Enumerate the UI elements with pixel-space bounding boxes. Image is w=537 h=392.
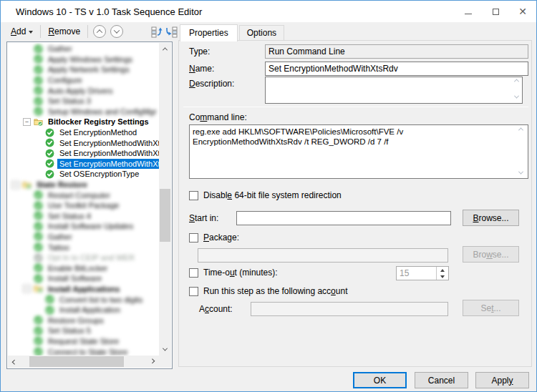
name-field[interactable] [265,62,528,76]
tree-vertical-scrollbar[interactable] [159,43,171,356]
package-checkbox[interactable] [189,233,198,242]
properties-tab-page: Type: Name: Description: Command line: r… [178,40,532,367]
tree-item[interactable]: −State Restore [8,180,159,190]
tree-item[interactable]: Connect to State Store [8,346,159,356]
tree-item-label: Connect to State Store [46,347,130,356]
tree-item[interactable]: Set Status 4 [8,211,159,222]
remove-button[interactable]: Remove [44,25,84,38]
tree-item[interactable]: Gather [8,232,159,242]
tree-item[interactable]: −Install Applications [8,284,159,295]
remove-button-label: Remove [48,26,80,36]
scroll-down-arrow [511,95,521,99]
move-down-button[interactable] [110,25,123,38]
tree-item[interactable]: Set Status 5 [8,325,159,336]
tree-item-label: Tattoo [46,242,72,253]
description-field[interactable] [265,77,523,104]
scroll-left-arrow[interactable] [8,356,20,368]
tree-item[interactable]: −Bitlocker Registry Settings [8,117,159,127]
apply-button[interactable]: Apply [475,372,529,388]
cancel-button[interactable]: Cancel [415,372,468,388]
run-as-checkbox[interactable] [189,287,198,296]
tree-item[interactable]: Set OSEncryptionType [8,169,159,180]
vertical-scroll-thumb[interactable] [160,189,170,242]
tree-item-label: Set EncryptionMethodWithXtsRdv [57,159,159,169]
collapse-toggle[interactable]: − [23,285,31,293]
start-in-field[interactable] [236,211,451,225]
tree-item[interactable]: Set EncryptionMethodWithXtsFd [8,148,159,159]
tree-item[interactable]: Gather [8,44,159,54]
scroll-up-arrow [516,127,526,131]
horizontal-scroll-thumb[interactable] [29,356,124,367]
move-up-button[interactable] [93,25,106,38]
chevron-down-icon [29,31,33,34]
browse-start-in-button[interactable]: Browse... [463,210,519,226]
spinner-down-button[interactable] [437,273,448,280]
minimize-button[interactable] [455,1,482,22]
tree-item[interactable]: Convert list to two digits [8,294,159,305]
tree-horizontal-scrollbar[interactable] [8,356,159,368]
scroll-down-arrow[interactable] [159,343,171,356]
command-line-field[interactable]: reg.exe add HKLM\SOFTWARE\Policies\Micro… [189,124,528,179]
run-as-label: Run this step as the following account [203,286,347,296]
browse-package-button: Browse... [463,246,519,263]
add-button-label: Add [11,26,26,36]
tree-item[interactable]: Set EncryptionMethodWithXtsOs [8,137,159,148]
tree-item[interactable]: Restore Groups [8,315,159,325]
start-in-label: Start in: [189,213,218,223]
tree-item-label: Apply Network Settings [46,64,132,74]
collapse-toggle[interactable]: − [11,181,19,189]
tree-item[interactable]: Configure [8,75,159,86]
tree-item[interactable]: Install Software [8,273,159,284]
tree-item[interactable]: Apply Network Settings [8,64,159,75]
tree-item-label: Request State Store [46,336,121,346]
tree-item[interactable]: Tattoo [8,242,159,253]
tab-properties[interactable]: Properties [180,24,238,41]
scrollbar-corner [159,356,171,368]
tree-item[interactable]: Set Status 3 [8,96,159,107]
chevron-down-icon [114,27,120,33]
tree-item[interactable]: Install Software Updates [8,221,159,232]
tree-item-label: Install Software Updates [46,221,135,231]
tree-item-label: Apply Windows Settings [46,54,135,64]
task-tree: GatherApply Windows SettingsApply Networ… [8,43,159,356]
tree-item-label: Set Status 5 [46,325,93,335]
tree-item[interactable]: Setup Windows and ConfigMgr [8,107,159,117]
close-button[interactable]: ✕ [509,1,536,22]
add-button[interactable]: Add [6,25,37,38]
tree-item[interactable]: Enable BitLocker [8,263,159,273]
tree-item[interactable]: Use Toolkit Package [8,200,159,211]
tree-item[interactable]: Restart Computer [8,190,159,200]
tree-item-label: Install Application [57,305,122,315]
chevron-up-icon [97,29,102,35]
timeout-checkbox-row: Time-out (minutes): [189,268,278,278]
timeout-checkbox[interactable] [189,268,198,278]
tree-item[interactable]: Opt In to CEIP and WER [8,253,159,263]
task-sequence-editor-window: Windows 10 - TS v 1.0 Task Sequence Edit… [0,0,537,392]
scroll-up-arrow[interactable] [159,43,171,55]
toolbar-separator [40,25,41,38]
tree-item-label: Auto Apply Drivers [46,86,115,96]
tree-item[interactable]: Request State Store [8,336,159,347]
copy-item-icon[interactable] [151,26,163,38]
tree-item[interactable]: Apply Windows Settings [8,54,159,65]
tree-item-label: Set EncryptionMethodWithXtsFd [57,148,159,158]
paste-item-icon[interactable] [165,26,178,38]
tab-strip: Properties Options [180,24,286,41]
tree-item-label: Set Status 4 [46,211,93,221]
tree-item[interactable]: Auto Apply Drivers [8,85,159,96]
tree-item-label: Setup Windows and ConfigMgr [46,107,159,117]
package-label: Package: [203,232,239,242]
toolbar-separator [87,25,88,38]
tree-item[interactable]: Install Application [8,305,159,315]
ok-button[interactable]: OK [353,372,407,388]
tree-item[interactable]: Set EncryptionMethodWithXtsRdv [8,159,159,170]
disable-64bit-checkbox[interactable] [189,191,198,200]
spinner-up-button[interactable] [437,267,448,273]
maximize-button[interactable] [482,1,509,22]
scroll-right-arrow[interactable] [147,356,159,368]
tree-item-label: Use Toolkit Package [46,200,121,210]
package-field [198,248,448,263]
tree-item[interactable]: Set EncryptionMethod [8,127,159,138]
collapse-toggle[interactable]: − [23,118,31,126]
name-label: Name: [189,64,214,74]
